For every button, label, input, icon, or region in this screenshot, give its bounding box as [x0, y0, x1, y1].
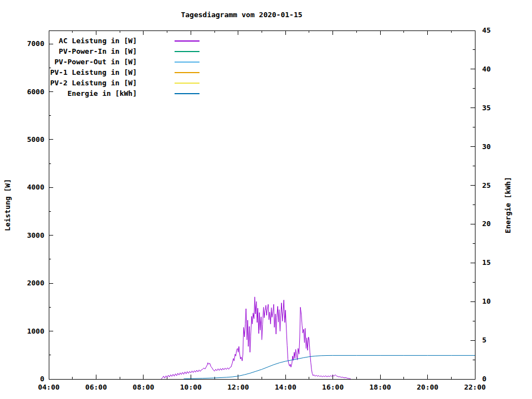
- ac-leistung-curve: [161, 297, 351, 379]
- x-tick-label: 10:00: [180, 383, 202, 391]
- y-right-tick-label: 20: [482, 219, 491, 228]
- legend-label: PV-2 Leistung in [W]: [50, 79, 137, 87]
- y-right-tick-label: 40: [482, 65, 491, 73]
- y-right-tick-label: 15: [482, 258, 491, 267]
- y-left-tick-label: 4000: [27, 183, 44, 191]
- legend-label: Energie in [kWh]: [68, 89, 137, 98]
- x-tick-label: 18:00: [370, 383, 391, 391]
- y-right-tick-label: 30: [482, 142, 491, 151]
- legend-label: PV-Power-In in [W]: [59, 47, 137, 55]
- y-right-tick-label: 5: [482, 336, 487, 344]
- x-tick-label: 12:00: [227, 383, 249, 391]
- x-tick-label: 20:00: [417, 383, 438, 391]
- y-right-tick-label: 10: [482, 297, 491, 305]
- x-tick-label: 06:00: [85, 383, 107, 391]
- y-left-tick-label: 6000: [27, 88, 44, 96]
- y-left-tick-label: 1000: [27, 327, 44, 335]
- energie-curve: [184, 355, 475, 378]
- x-tick-label: 22:00: [464, 383, 485, 391]
- y-right-tick-label: 35: [482, 104, 491, 112]
- x-tick-label: 14:00: [275, 383, 296, 391]
- y-right-tick-label: 45: [482, 26, 491, 34]
- x-tick-label: 04:00: [38, 383, 59, 391]
- left-axis-label: Leistung [W]: [3, 179, 12, 231]
- chart-canvas: Tagesdiagramm vom 2020-01-15 Leistung [W…: [0, 0, 532, 399]
- y-left-tick-label: 5000: [27, 135, 44, 144]
- y-right-tick-label: 0: [482, 375, 487, 383]
- y-left-tick-label: 0: [40, 375, 44, 383]
- tagesdiagramm-chart: Tagesdiagramm vom 2020-01-15 Leistung [W…: [0, 0, 532, 399]
- legend-label: AC Leistung in [W]: [59, 37, 137, 45]
- right-axis-label: Energie [kWh]: [504, 177, 512, 233]
- y-left-tick-label: 7000: [27, 39, 44, 48]
- y-left-tick-label: 3000: [27, 231, 44, 239]
- legend-label: PV-Power-Out in [W]: [54, 58, 137, 66]
- y-left-tick-label: 2000: [27, 279, 44, 287]
- chart-title: Tagesdiagramm vom 2020-01-15: [181, 11, 302, 19]
- legend-label: PV-1 Leistung in [W]: [50, 68, 137, 76]
- plot-area: 04:0006:0008:0010:0012:0014:0016:0018:00…: [27, 26, 491, 391]
- x-tick-label: 08:00: [132, 383, 154, 391]
- y-right-tick-label: 25: [482, 181, 491, 190]
- x-tick-label: 16:00: [322, 383, 344, 391]
